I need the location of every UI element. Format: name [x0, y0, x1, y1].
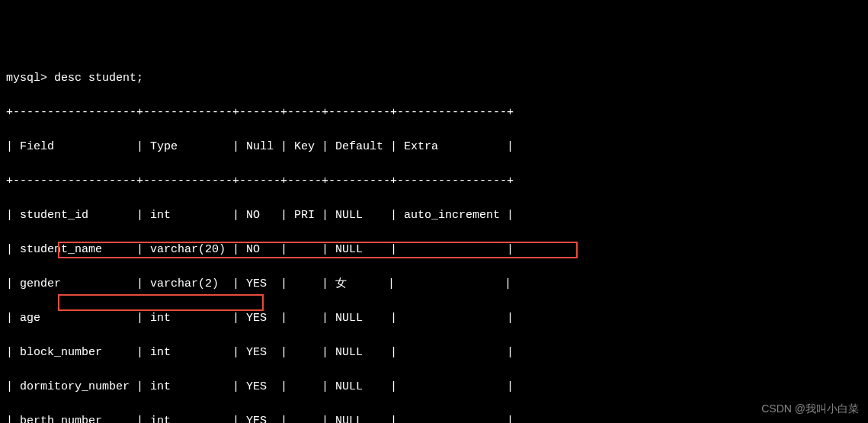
desc-row: | student_id | int | NO | PRI | NULL | a…: [6, 207, 862, 225]
desc-header: | Field | Type | Null | Key | Default | …: [6, 139, 862, 156]
desc-row: | berth_number | int | YES | | NULL | |: [6, 413, 862, 423]
highlight-select-command: [58, 294, 264, 311]
mysql-prompt: mysql>: [6, 72, 47, 85]
desc-command: desc student;: [54, 72, 143, 85]
desc-row: | dormitory_number | int | YES | | NULL …: [6, 379, 862, 396]
desc-row: | block_number | int | YES | | NULL | |: [6, 344, 862, 362]
desc-border-mid: +------------------+-------------+------…: [6, 173, 862, 191]
desc-row: | gender | varchar(2) | YES | | 女 | |: [6, 276, 862, 293]
watermark-text: CSDN @我叫小白菜: [761, 401, 859, 417]
desc-row: | student_name | varchar(20) | NO | | NU…: [6, 242, 862, 259]
prompt-line-desc[interactable]: mysql> desc student;: [6, 70, 862, 88]
desc-border-top: +------------------+-------------+------…: [6, 104, 862, 122]
desc-row: | age | int | YES | | NULL | |: [6, 310, 862, 328]
